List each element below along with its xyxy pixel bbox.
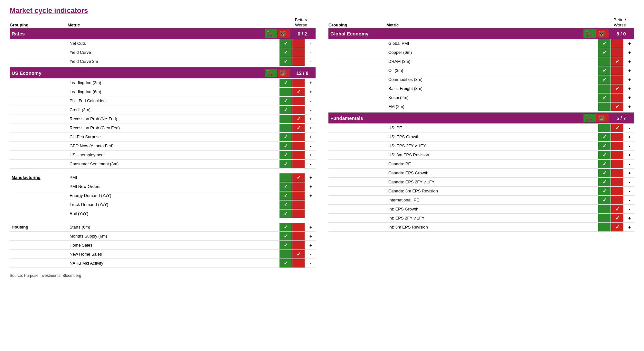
metric-leading-ind-6m: Leading Ind (6m) ✓ +	[10, 87, 316, 96]
metric-citi-eco: Citi Eco Surprise ✓ +	[10, 132, 316, 141]
bull-cell: ✓	[279, 48, 292, 57]
svg-text:🐻: 🐻	[598, 30, 605, 37]
right-col-metric: Metric	[386, 23, 460, 27]
group-us-economy: US Economy 🐂 🐻 12 / 8	[10, 67, 316, 78]
metric-phili-fed: Phili Fed Coincident ✓ -	[10, 96, 316, 105]
metric-truck-demand: Truck Demand (YoY) ✓ -	[10, 200, 316, 209]
metric-us-pe: US: PE ✓ -	[328, 123, 634, 132]
page-title: Market cycle indicators	[10, 6, 634, 15]
metric-yield-curve: Yield Curve ✓ -	[10, 48, 316, 57]
metric-intl-pe: International: PE ✓ -	[328, 196, 634, 205]
group-global-economy-label: Global Economy	[330, 31, 453, 36]
metric-gpd-now: GPD Now (Atlanta Fed) ✓ -	[10, 141, 316, 151]
metric-rail: Rail (YoY) ✓ -	[10, 209, 316, 218]
right-table: Grouping Metric Better/Worse Global Econ…	[328, 17, 634, 278]
svg-text:🐻: 🐻	[598, 115, 605, 122]
metric-us-eps-growth: US: EPS Growth ✓ +	[328, 132, 634, 141]
svg-text:🐂: 🐂	[585, 30, 592, 37]
source-text: Source: Purpose Investments, Bloomberg	[10, 273, 81, 278]
group-rates-label: Rates	[12, 31, 134, 36]
metric-em: EM (2m) ✓ +	[328, 102, 634, 111]
us-economy-bull-icon: 🐂	[265, 69, 277, 77]
metric-pmi: Manufacturing PMI ✓ +	[10, 173, 316, 182]
metric-consumer-sentiment: Consumer Sentiment (3m) ✓ -	[10, 160, 316, 169]
metric-baltic-freight: Baltic Freight (3m) ✓ +	[328, 84, 634, 93]
metric-recession-ny: Recession Prob (NY Fed) ✓ +	[10, 114, 316, 123]
group-fundamentals: Fundamentals 🐂 🐻 5 / 7	[328, 112, 634, 123]
metric-yield-curve-3m: Yield Curve 3m ✓ -	[10, 57, 316, 66]
svg-text:🐻: 🐻	[279, 70, 287, 76]
metric-us-3m-eps: US: 3m EPS Revision ✓ +	[328, 151, 634, 160]
metric-copper: Copper (6m) ✓ +	[328, 48, 634, 57]
metric-pmi-new-orders: PMI New Orders ✓ +	[10, 182, 316, 191]
metric-leading-ind-3m: Leading Ind (3m) ✓ +	[10, 78, 316, 87]
group-us-economy-score: 12 / 8	[291, 70, 314, 76]
bull-cell: ✓	[279, 57, 292, 66]
left-col-metric: Metric	[68, 23, 142, 27]
left-col-grouping: Grouping	[10, 23, 68, 27]
fundamentals-bull-icon: 🐂	[583, 114, 596, 122]
metric-canada-eps-growth: Canada: EPS Growth ✓ +	[328, 169, 634, 178]
right-col-bw: Better/Worse	[605, 17, 634, 27]
metric-kospi: Kospi (2m) ✓ +	[328, 93, 634, 102]
group-rates: Rates 🐂 🐻 0 / 2	[10, 28, 316, 39]
us-economy-bear-icon: 🐻	[278, 69, 290, 77]
svg-text:🐂: 🐂	[585, 115, 592, 122]
metric-net-cuts: Net Cuts ✓ -	[10, 39, 316, 48]
group-fundamentals-score: 5 / 7	[610, 115, 632, 121]
bull-cell: ✓	[279, 39, 292, 48]
metric-global-pmi: Global PMI ✓ +	[328, 39, 634, 48]
bear-cell	[292, 48, 305, 57]
bear-cell	[292, 57, 305, 66]
metric-canada-eps-2fy: Canada: EPS 2FY v 1FY ✓ -	[328, 178, 634, 187]
group-us-economy-label: US Economy	[12, 70, 134, 76]
metric-home-sales: Home Sales ✓ +	[10, 241, 316, 250]
right-col-grouping: Grouping	[328, 23, 386, 27]
metric-energy-demand: Energy Demand (YoY) ✓ +	[10, 191, 316, 200]
group-rates-score: 0 / 2	[291, 31, 314, 36]
metric-canada-3m-eps: Canada: 3m EPS Revision ✓ -	[328, 187, 634, 196]
metric-new-home-sales: New Home Sales ✓ -	[10, 250, 316, 259]
metric-canada-pe: Canada: PE ✓ -	[328, 160, 634, 169]
metric-oil: Oil (3m) ✓ +	[328, 66, 634, 75]
metric-int-eps-2fy: Int: EPS 2FY v 1FY ✓ +	[328, 214, 634, 223]
global-economy-bull-icon: 🐂	[583, 29, 596, 38]
svg-text:🐂: 🐂	[266, 30, 274, 37]
metric-us-eps-2fy: US: EPS 2FY v 1FY ✓ -	[328, 141, 634, 151]
group-fundamentals-label: Fundamentals	[330, 115, 453, 121]
metric-months-supply: Months Supply (6m) ✓ +	[10, 232, 316, 241]
fundamentals-bear-icon: 🐻	[596, 114, 609, 122]
metric-dram: DRAM (3m) ✓ +	[328, 57, 634, 66]
bear-cell	[292, 39, 305, 48]
rates-bull-icon: 🐂	[265, 29, 277, 38]
left-table: Grouping Metric Better/Worse Rates 🐂 🐻 0…	[10, 17, 316, 278]
svg-text:🐂: 🐂	[266, 70, 274, 76]
metric-starts: Housing Starts (6m) ✓ +	[10, 223, 316, 232]
metric-int-3m-eps: Int: 3m EPS Revision ✓ +	[328, 223, 634, 232]
metric-int-eps-growth: Int: EPS Growth ✓ -	[328, 205, 634, 214]
group-global-economy: Global Economy 🐂 🐻 8 / 0	[328, 28, 634, 39]
global-economy-bear-icon: 🐻	[596, 29, 609, 38]
svg-text:🐻: 🐻	[279, 30, 287, 37]
metric-us-unemployment: US Unemployment ✓ +	[10, 151, 316, 160]
metric-recession-clev: Recession Prob (Clev Fed) ✓ +	[10, 123, 316, 132]
metric-nahb: NAHB Mkt Activity ✓ -	[10, 259, 316, 268]
rates-bear-icon: 🐻	[278, 29, 290, 38]
metric-credit-3m: Credit (3m) ✓ -	[10, 105, 316, 114]
left-col-bw: Better/Worse	[287, 17, 316, 27]
group-global-economy-score: 8 / 0	[610, 31, 632, 36]
metric-commodities: Commodities (3m) ✓ +	[328, 75, 634, 84]
